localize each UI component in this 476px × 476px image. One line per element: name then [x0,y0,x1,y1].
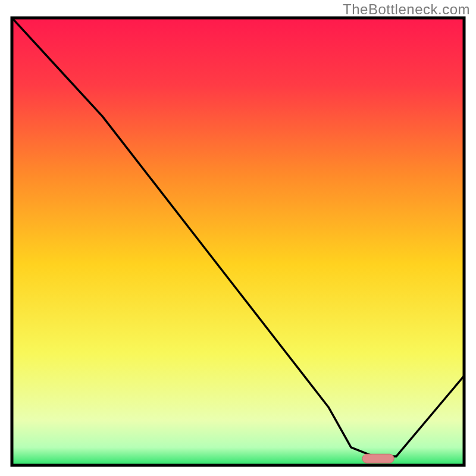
chart-frame: TheBottleneck.com [0,0,476,476]
watermark-label: TheBottleneck.com [343,1,470,18]
target-zone-marker [362,454,394,463]
chart-svg [0,0,476,476]
gradient-area [12,18,464,465]
